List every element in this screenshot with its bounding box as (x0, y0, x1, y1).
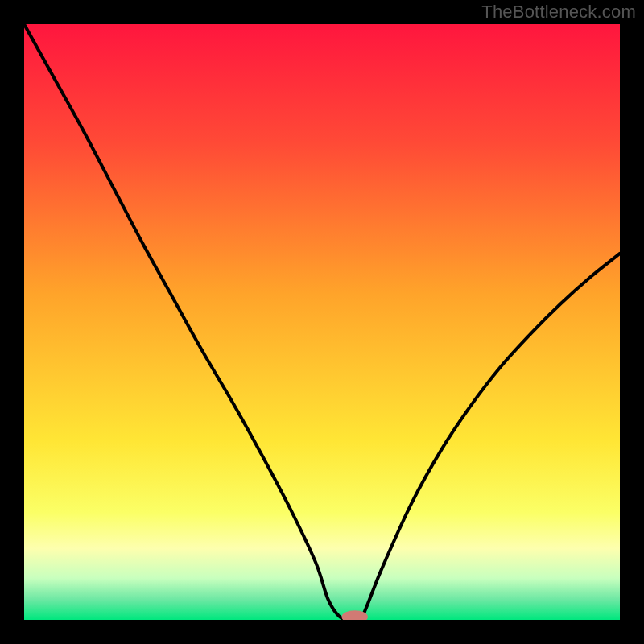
chart-frame: TheBottleneck.com (0, 0, 644, 644)
bottleneck-chart (24, 24, 620, 620)
gradient-rect (24, 24, 620, 620)
watermark-text: TheBottleneck.com (481, 2, 636, 23)
